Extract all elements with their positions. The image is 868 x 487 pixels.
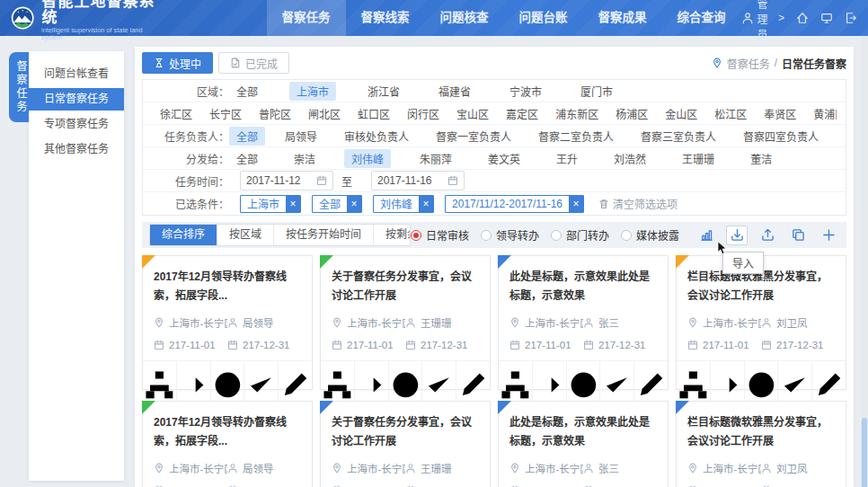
user-menu[interactable]: 管理员> bbox=[741, 0, 784, 41]
district-option-1[interactable]: 徐汇区 bbox=[155, 104, 197, 123]
card-corner-ribbon bbox=[320, 255, 333, 269]
card-meta-row: 上海市-长宁区局领导 bbox=[143, 461, 312, 475]
task-card[interactable]: 关于督察任务分发事宜，会议讨论工作开展上海市-长宁区王珊珊217-11-0121… bbox=[320, 401, 491, 487]
date-range-separator: 至 bbox=[341, 173, 352, 189]
tag-close-icon[interactable]: × bbox=[569, 195, 583, 213]
owner-option-6[interactable]: 督察三室负责人 bbox=[633, 127, 723, 146]
owner-option-1[interactable]: 全部 bbox=[229, 127, 265, 146]
tag-close-icon[interactable]: × bbox=[419, 195, 433, 213]
card-location-label: 上海市-长宁区 bbox=[169, 461, 227, 475]
statistics-icon[interactable] bbox=[695, 226, 717, 245]
card-location-label: 上海市-长宁区 bbox=[169, 315, 227, 330]
sort-tab-1[interactable]: 综合排序 bbox=[150, 225, 217, 245]
filter-row-time: 任务时间： 2017-11-12 至 2017-11-16 bbox=[143, 170, 846, 192]
card-end-date-label: 217-12-31 bbox=[776, 340, 823, 350]
sidebar-vertical-tab[interactable]: 督察任务 bbox=[9, 52, 29, 122]
assignee-option-5[interactable]: 姜文英 bbox=[481, 149, 527, 168]
district-option-12[interactable]: 松江区 bbox=[710, 104, 751, 123]
owner-option-5[interactable]: 督察二室负责人 bbox=[531, 127, 621, 146]
sort-tab-2[interactable]: 按区域 bbox=[217, 225, 274, 245]
radio-3[interactable]: 部门转办 bbox=[551, 227, 609, 243]
task-card[interactable]: 2017年12月领导转办督察线索，拓展字段...上海市-长宁区局领导217-11… bbox=[142, 255, 313, 390]
nav-item-2[interactable]: 督察线索 bbox=[346, 0, 425, 36]
card-location-label: 上海市-长宁区 bbox=[347, 315, 405, 330]
owner-option-4[interactable]: 督察一室负责人 bbox=[429, 127, 518, 146]
district-option-13[interactable]: 奉贤区 bbox=[759, 104, 801, 123]
assignee-option-3[interactable]: 刘伟峰 bbox=[344, 149, 391, 168]
assignee-option-9[interactable]: 董洁 bbox=[743, 149, 779, 168]
card-title: 此处是标题，示意效果此处是标题，示意效果 bbox=[499, 402, 668, 451]
assignee-option-1[interactable]: 全部 bbox=[229, 149, 265, 168]
monitor-icon[interactable] bbox=[820, 12, 833, 24]
copy-icon[interactable] bbox=[787, 226, 809, 245]
district-option-6[interactable]: 闵行区 bbox=[403, 104, 444, 123]
card-corner-ribbon bbox=[142, 255, 155, 269]
assignee-option-2[interactable]: 崇洁 bbox=[287, 149, 323, 168]
assignee-option-7[interactable]: 刘浩然 bbox=[607, 149, 653, 168]
task-card[interactable]: 此处是标题，示意效果此处是标题，示意效果上海市-长宁区张三217-11-0121… bbox=[498, 255, 669, 390]
district-option-10[interactable]: 杨浦区 bbox=[611, 104, 652, 123]
sidebar-item-1[interactable]: 问题台帐查看 bbox=[29, 63, 124, 85]
nav-item-6[interactable]: 综合查询 bbox=[662, 0, 741, 36]
district-option-9[interactable]: 浦东新区 bbox=[551, 104, 603, 123]
district-option-3[interactable]: 普陀区 bbox=[254, 104, 296, 123]
card-dates-row: 217-11-01217-12-31 bbox=[499, 340, 668, 350]
task-card[interactable]: 栏目标题微软雅黑分发事宜，会议讨论工作开展上海市-长宁区刘卫凤217-11-01… bbox=[676, 401, 846, 487]
radio-4[interactable]: 媒体披露 bbox=[621, 227, 679, 243]
tag-close-icon[interactable]: × bbox=[347, 195, 361, 213]
card-title: 栏目标题微软雅黑分发事宜，会议讨论工作开展 bbox=[677, 402, 846, 451]
task-card[interactable]: 关于督察任务分发事宜，会议讨论工作开展上海市-长宁区王珊珊217-11-0121… bbox=[320, 255, 491, 390]
region-option-2[interactable]: 上海市 bbox=[289, 82, 336, 101]
import-icon[interactable] bbox=[726, 226, 748, 245]
region-option-5[interactable]: 宁波市 bbox=[502, 82, 549, 101]
scrollbar-thumb[interactable] bbox=[862, 418, 867, 487]
region-option-6[interactable]: 厦门市 bbox=[573, 82, 620, 101]
assignee-option-8[interactable]: 王珊珊 bbox=[675, 149, 722, 168]
clear-filters-button[interactable]: 清空筛选选项 bbox=[598, 196, 678, 211]
sidebar-item-4[interactable]: 其他督察任务 bbox=[29, 138, 124, 161]
end-date-input[interactable]: 2017-11-16 bbox=[371, 171, 465, 190]
card-location-label: 上海市-长宁区 bbox=[703, 461, 761, 475]
card-person-label: 王珊珊 bbox=[421, 315, 452, 330]
tag-close-icon[interactable]: × bbox=[286, 195, 300, 213]
district-option-14[interactable]: 黄浦区 bbox=[809, 104, 837, 123]
district-option-11[interactable]: 金山区 bbox=[660, 104, 702, 123]
tab-completed[interactable]: 已完成 bbox=[218, 52, 289, 74]
scrollbar-track[interactable] bbox=[861, 36, 868, 487]
nav-item-5[interactable]: 督察成果 bbox=[583, 0, 662, 36]
radio-label: 领导转办 bbox=[496, 227, 539, 243]
owner-option-2[interactable]: 局领导 bbox=[278, 127, 324, 146]
radio-1[interactable]: 日常审核 bbox=[411, 227, 469, 243]
add-icon[interactable] bbox=[818, 226, 839, 245]
sort-tab-3[interactable]: 按任务开始时间 bbox=[274, 225, 374, 245]
sidebar-item-2[interactable]: 日常督察任务 bbox=[29, 88, 124, 111]
logout-icon[interactable] bbox=[845, 12, 857, 24]
card-person: 张三 bbox=[583, 461, 657, 475]
owner-option-7[interactable]: 督察四室负责人 bbox=[736, 127, 826, 146]
district-option-8[interactable]: 嘉定区 bbox=[501, 104, 543, 123]
task-card[interactable]: 栏目标题微软雅黑分发事宜，会议讨论工作开展上海市-长宁区刘卫凤217-11-01… bbox=[676, 255, 846, 390]
region-option-4[interactable]: 福建省 bbox=[431, 82, 478, 101]
district-option-5[interactable]: 虹口区 bbox=[353, 104, 394, 123]
home-icon[interactable] bbox=[796, 12, 809, 24]
owner-option-3[interactable]: 审核处负责人 bbox=[337, 127, 416, 146]
nav-item-4[interactable]: 问题台账 bbox=[504, 0, 583, 36]
region-option-1[interactable]: 全部 bbox=[229, 82, 265, 101]
district-option-4[interactable]: 闸北区 bbox=[304, 104, 345, 123]
breadcrumb-parent[interactable]: 督察任务 bbox=[727, 56, 770, 71]
tab-processing[interactable]: 处理中 bbox=[142, 52, 213, 74]
nav-item-1[interactable]: 督察任务 bbox=[267, 0, 346, 36]
sort-tab-4[interactable]: 按剩余时间 bbox=[374, 225, 411, 245]
district-option-2[interactable]: 长宁区 bbox=[205, 104, 246, 123]
export-icon[interactable] bbox=[757, 226, 778, 245]
assignee-option-4[interactable]: 朱丽萍 bbox=[412, 149, 459, 168]
task-card[interactable]: 2017年12月领导转办督察线索，拓展字段...上海市-长宁区局领导217-11… bbox=[142, 401, 313, 487]
sidebar-item-3[interactable]: 专项督察任务 bbox=[29, 113, 124, 136]
nav-item-3[interactable]: 问题核查 bbox=[425, 0, 504, 36]
radio-2[interactable]: 领导转办 bbox=[481, 227, 539, 243]
region-option-3[interactable]: 浙江省 bbox=[360, 82, 407, 101]
assignee-option-6[interactable]: 王升 bbox=[549, 149, 585, 168]
district-option-7[interactable]: 宝山区 bbox=[452, 104, 493, 123]
task-card[interactable]: 此处是标题，示意效果此处是标题，示意效果上海市-长宁区张三217-11-0121… bbox=[498, 401, 669, 487]
start-date-input[interactable]: 2017-11-12 bbox=[240, 171, 333, 190]
